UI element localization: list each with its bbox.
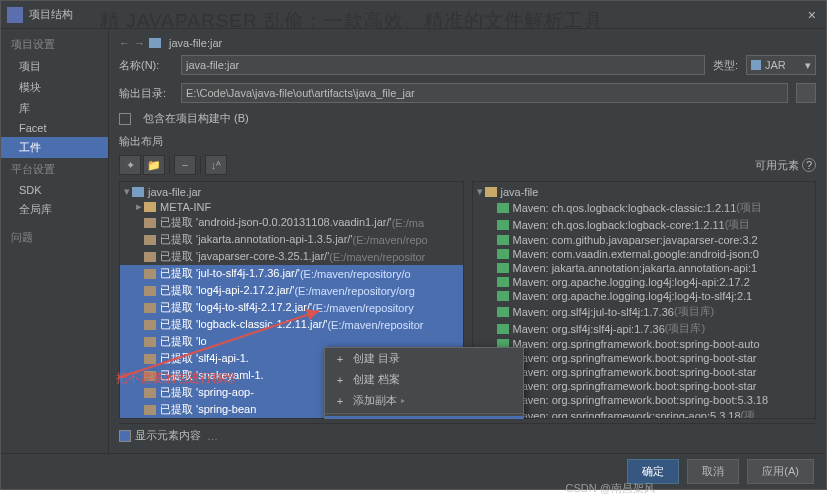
sidebar-item[interactable]: Facet bbox=[1, 119, 108, 137]
main-panel: ← → java-file:jar 名称(N): 类型: JAR▾ 输出目录: … bbox=[109, 29, 826, 453]
lib-icon bbox=[497, 249, 509, 259]
expand-icon[interactable]: ▾ bbox=[122, 185, 132, 198]
tree-row[interactable]: Maven: org.slf4j:jul-to-slf4j:1.7.36 (项目… bbox=[473, 303, 816, 320]
tree-row[interactable]: 已提取 'android-json-0.0.20131108.vaadin1.j… bbox=[120, 214, 463, 231]
menu-item[interactable]: +添加副本▸ bbox=[325, 390, 523, 411]
tree-row[interactable]: ▾java-file.jar bbox=[120, 184, 463, 199]
type-select[interactable]: JAR▾ bbox=[746, 55, 816, 75]
crumb-text: java-file:jar bbox=[169, 37, 222, 49]
jar-icon bbox=[751, 60, 761, 70]
tree-row[interactable]: 已提取 'log4j-to-slf4j-2.17.2.jar/' (E:/mav… bbox=[120, 299, 463, 316]
lib-icon bbox=[497, 277, 509, 287]
folder-icon bbox=[144, 202, 156, 212]
lib-icon bbox=[497, 291, 509, 301]
tree-row[interactable]: Maven: org.apache.logging.log4j:log4j-to… bbox=[473, 289, 816, 303]
jar-icon bbox=[149, 38, 161, 48]
add-button[interactable]: ✦ bbox=[119, 155, 141, 175]
sidebar-section: 平台设置 bbox=[1, 158, 108, 181]
sidebar-section: 项目设置 bbox=[1, 33, 108, 56]
include-checkbox[interactable] bbox=[119, 113, 131, 125]
tree-row[interactable]: 已提取 'javaparser-core-3.25.1.jar/' (E:/ma… bbox=[120, 248, 463, 265]
out-label: 输出目录: bbox=[119, 86, 173, 101]
project-structure-dialog: 项目结构 × 项目设置 项目模块库Facet工件 平台设置 SDK全局库 问题 … bbox=[0, 0, 827, 490]
tree-row[interactable]: 已提取 'jul-to-slf4j-1.7.36.jar/' (E:/maven… bbox=[120, 265, 463, 282]
lib-icon bbox=[497, 235, 509, 245]
layout-label: 输出布局 bbox=[119, 134, 816, 149]
tree-row[interactable]: 已提取 'log4j-api-2.17.2.jar/' (E:/maven/re… bbox=[120, 282, 463, 299]
sidebar-item[interactable]: 全局库 bbox=[1, 199, 108, 220]
tree-row[interactable]: ▸META-INF bbox=[120, 199, 463, 214]
lib-icon bbox=[497, 324, 509, 334]
zip-icon bbox=[144, 235, 156, 245]
tree-row[interactable]: Maven: org.slf4j:slf4j-api:1.7.36 (项目库) bbox=[473, 320, 816, 337]
watermark: CSDN @南昌架风 bbox=[566, 481, 655, 496]
layout-toolbar: ✦ 📁 − ↓ᴬ 可用元素 ? bbox=[119, 153, 816, 177]
type-label: 类型: bbox=[713, 58, 738, 73]
tree-row[interactable]: Maven: jakarta.annotation:jakarta.annota… bbox=[473, 261, 816, 275]
menu-icon: + bbox=[333, 374, 347, 386]
zip-icon bbox=[144, 303, 156, 313]
dots: … bbox=[207, 430, 218, 442]
expand-icon[interactable]: ▾ bbox=[475, 185, 485, 198]
sidebar-item[interactable]: 工件 bbox=[1, 137, 108, 158]
lib-icon bbox=[497, 203, 509, 213]
zip-icon bbox=[144, 269, 156, 279]
name-input[interactable] bbox=[181, 55, 705, 75]
remove-button[interactable]: − bbox=[174, 155, 196, 175]
menu-item[interactable]: -移除Delete bbox=[325, 416, 523, 419]
tree-row[interactable]: Maven: ch.qos.logback:logback-classic:1.… bbox=[473, 199, 816, 216]
app-icon bbox=[7, 7, 23, 23]
folder-icon bbox=[485, 187, 497, 197]
zip-icon bbox=[144, 354, 156, 364]
menu-item[interactable]: +创建 目录 bbox=[325, 348, 523, 369]
lib-icon bbox=[497, 220, 509, 230]
tree-row[interactable]: Maven: com.github.javaparser:javaparser-… bbox=[473, 233, 816, 247]
back-icon[interactable]: ← bbox=[119, 37, 130, 49]
fwd-icon[interactable]: → bbox=[134, 37, 145, 49]
sidebar-item[interactable]: 项目 bbox=[1, 56, 108, 77]
zip-icon bbox=[144, 218, 156, 228]
tree-row[interactable]: 已提取 'jakarta.annotation-api-1.3.5.jar/' … bbox=[120, 231, 463, 248]
tree-row[interactable]: Maven: org.apache.logging.log4j:log4j-ap… bbox=[473, 275, 816, 289]
expand-icon[interactable]: ▸ bbox=[134, 200, 144, 213]
menu-item[interactable]: +创建 档案 bbox=[325, 369, 523, 390]
annotation-text: 把不需要的包进行移除 bbox=[116, 370, 236, 387]
zip-icon bbox=[144, 252, 156, 262]
browse-button[interactable] bbox=[796, 83, 816, 103]
tree-row[interactable]: ▾java-file bbox=[473, 184, 816, 199]
dialog-footer: 确定 取消 应用(A) bbox=[1, 453, 826, 489]
menu-icon: + bbox=[333, 353, 347, 365]
menu-icon: + bbox=[333, 395, 347, 407]
jar-icon bbox=[132, 187, 144, 197]
sidebar: 项目设置 项目模块库Facet工件 平台设置 SDK全局库 问题 bbox=[1, 29, 109, 453]
include-label: 包含在项目构建中 (B) bbox=[143, 111, 249, 126]
name-label: 名称(N): bbox=[119, 58, 173, 73]
zip-icon bbox=[144, 388, 156, 398]
sort-button[interactable]: ↓ᴬ bbox=[205, 155, 227, 175]
show-content-checkbox[interactable] bbox=[119, 430, 131, 442]
zip-icon bbox=[144, 337, 156, 347]
tree-row[interactable]: Maven: com.vaadin.external.google:androi… bbox=[473, 247, 816, 261]
sidebar-section: 问题 bbox=[1, 226, 108, 249]
lib-icon bbox=[497, 263, 509, 273]
apply-button[interactable]: 应用(A) bbox=[747, 459, 814, 484]
new-folder-button[interactable]: 📁 bbox=[143, 155, 165, 175]
zip-icon bbox=[144, 320, 156, 330]
zip-icon bbox=[144, 405, 156, 415]
out-input[interactable] bbox=[181, 83, 788, 103]
cancel-button[interactable]: 取消 bbox=[687, 459, 739, 484]
tree-row[interactable]: 已提取 'logback-classic-1.2.11.jar/' (E:/ma… bbox=[120, 316, 463, 333]
context-menu: +创建 目录+创建 档案+添加副本▸-移除Delete提取工件...内联项Sur… bbox=[324, 347, 524, 419]
help-icon[interactable]: ? bbox=[802, 158, 816, 172]
sidebar-item[interactable]: SDK bbox=[1, 181, 108, 199]
lib-icon bbox=[497, 307, 509, 317]
close-icon[interactable]: × bbox=[804, 7, 820, 23]
breadcrumb: ← → java-file:jar bbox=[119, 35, 816, 51]
zip-icon bbox=[144, 286, 156, 296]
avail-label: 可用元素 bbox=[755, 159, 799, 171]
tree-row[interactable]: Maven: ch.qos.logback:logback-core:1.2.1… bbox=[473, 216, 816, 233]
sidebar-item[interactable]: 模块 bbox=[1, 77, 108, 98]
sidebar-item[interactable]: 库 bbox=[1, 98, 108, 119]
show-content-label: 显示元素内容 bbox=[135, 428, 201, 443]
overlay-title: 精 JAVAPARSER 乱偷：一款高效、精准的文件解析工具 bbox=[100, 8, 604, 34]
